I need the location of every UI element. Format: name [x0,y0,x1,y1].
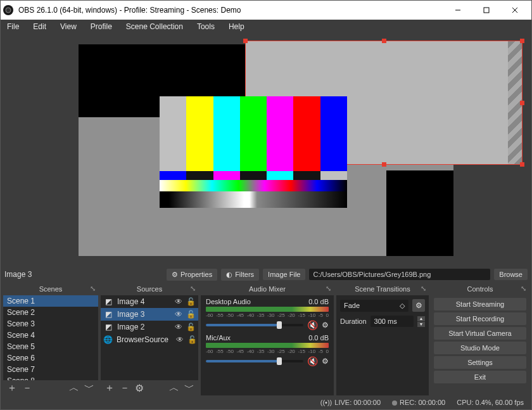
duration-input[interactable]: 300 ms [370,316,414,327]
scenes-header[interactable]: Scenes ⤡ [3,283,98,295]
live-status: ((•))LIVE: 00:00:00 [320,399,381,406]
control-button-exit[interactable]: Exit [434,371,526,383]
remove-icon[interactable]: － [22,381,32,395]
transitions-panel: Scene Transitions ⤡ Fade ◇ ⚙ Duration [336,283,429,395]
add-icon[interactable]: ＋ [7,381,17,395]
control-button-start-virtual-camera[interactable]: Start Virtual Camera [434,327,526,340]
mute-icon[interactable]: 🔇 [307,320,318,330]
move-up-icon[interactable]: ︿ [69,381,79,395]
move-down-icon[interactable]: ﹀ [84,381,94,395]
transition-current: Fade [344,302,360,309]
minimize-button[interactable] [443,1,472,19]
scene-item[interactable]: Scene 5 [3,341,98,352]
rec-text: REC: 00:00:00 [400,399,445,406]
move-up-icon[interactable]: ︿ [169,381,179,395]
test-pattern-source[interactable] [160,96,347,208]
lock-icon[interactable]: 🔓 [186,323,196,331]
volume-slider[interactable] [206,324,303,326]
visibility-icon[interactable]: 👁 [175,323,182,331]
lock-icon[interactable]: 🔓 [187,335,197,344]
properties-button[interactable]: ⚙ Properties [167,269,217,281]
rec-status: REC: 00:00:00 [392,399,445,406]
controls-header[interactable]: Controls ⤡ [431,283,529,295]
add-icon[interactable]: ＋ [104,381,115,395]
scene-item[interactable]: Scene 2 [3,307,98,318]
browse-button[interactable]: Browse [494,269,528,280]
menu-tools[interactable]: Tools [194,21,217,32]
sources-list[interactable]: ◩Image 4👁🔓◩Image 3👁🔓◩Image 2👁🔓🌐BrowserSo… [101,295,198,380]
resize-handle[interactable] [520,162,524,167]
resize-handle[interactable] [243,39,248,43]
app-window: OBS 26.1.0 (64-bit, windows) - Profile: … [0,0,532,410]
volume-slider[interactable] [206,360,303,362]
maximize-button[interactable] [472,1,500,19]
transition-select[interactable]: Fade ◇ [340,300,408,312]
cpu-status: CPU: 0.4%, 60.00 fps [457,399,524,406]
mixer-title: Audio Mixer [249,285,286,293]
popout-icon[interactable]: ⤡ [326,285,331,293]
svg-rect-2 [484,8,489,13]
move-down-icon[interactable]: ﹀ [184,381,194,395]
scene-item[interactable]: Scene 3 [3,318,98,330]
titlebar[interactable]: OBS 26.1.0 (64-bit, windows) - Profile: … [1,1,531,20]
live-text: LIVE: 00:00:00 [334,399,381,406]
channel-name: Mic/Aux [206,334,231,342]
vu-meter [206,307,329,312]
sources-title: Sources [137,285,162,293]
mixer-header[interactable]: Audio Mixer ⤡ [201,283,334,295]
channel-name: Desktop Audio [206,298,251,305]
control-button-start-streaming[interactable]: Start Streaming [434,298,526,311]
control-button-settings[interactable]: Settings [434,356,526,369]
resize-handle[interactable] [382,39,386,43]
transitions-header[interactable]: Scene Transitions ⤡ [336,283,429,295]
menu-edit[interactable]: Edit [30,21,49,32]
channel-settings-icon[interactable]: ⚙ [322,321,329,330]
lock-icon[interactable]: 🔓 [186,310,196,319]
scenes-footer: ＋ － ︿ ﹀ [3,380,98,395]
control-button-start-recording[interactable]: Start Recording [434,312,526,325]
resize-handle[interactable] [520,39,524,43]
remove-icon[interactable]: － [120,381,130,395]
close-button[interactable] [500,1,529,19]
visibility-icon[interactable]: 👁 [175,297,182,306]
mute-icon[interactable]: 🔇 [307,356,318,366]
resize-handle[interactable] [520,101,524,105]
resize-handle[interactable] [382,162,386,167]
source-item[interactable]: ◩Image 4👁🔓 [101,295,198,308]
meter-ticks: -60-55-50-45-40-35-30-25-20-15-10-50 [206,312,329,318]
menu-help[interactable]: Help [226,21,247,32]
source-item[interactable]: ◩Image 2👁🔓 [101,321,198,333]
menu-view[interactable]: View [58,21,79,32]
popout-icon[interactable]: ⤡ [521,285,526,293]
scene-item[interactable]: Scene 6 [3,352,98,364]
mixer-channel: Mic/Aux0.0 dB-60-55-50-45-40-35-30-25-20… [201,331,334,368]
scene-item[interactable]: Scene 7 [3,364,98,375]
source-item[interactable]: ◩Image 3👁🔓 [101,308,198,321]
scene-item[interactable]: Scene 4 [3,330,98,341]
audio-mixer-panel: Audio Mixer ⤡ Desktop Audio0.0 dB-60-55-… [201,283,334,395]
popout-icon[interactable]: ⤡ [421,285,426,293]
scenes-list[interactable]: Scene 1Scene 2Scene 3Scene 4Scene 5Scene… [3,295,98,380]
scene-item[interactable]: Scene 1 [3,295,98,307]
transition-settings-button[interactable]: ⚙ [412,299,425,312]
gear-icon[interactable]: ⚙ [135,382,144,394]
menu-scene-collection[interactable]: Scene Collection [124,21,186,32]
lock-icon[interactable]: 🔓 [186,297,196,306]
visibility-icon[interactable]: 👁 [175,310,182,319]
popout-icon[interactable]: ⤡ [190,285,196,293]
source-item[interactable]: 🌐BrowserSource👁🔓 [101,333,198,346]
filters-button[interactable]: ◐ Filters [221,269,259,281]
menu-profile[interactable]: Profile [88,21,115,32]
popout-icon[interactable]: ⤡ [90,285,96,293]
preview-canvas[interactable] [79,44,453,256]
control-button-studio-mode[interactable]: Studio Mode [434,342,526,354]
visibility-icon[interactable]: 👁 [176,335,184,344]
menu-file[interactable]: File [4,21,22,32]
channel-settings-icon[interactable]: ⚙ [322,357,329,366]
broadcast-icon: ((•)) [320,399,332,406]
scene-item[interactable]: Scene 8 [3,375,98,380]
sources-header[interactable]: Sources ⤡ [101,283,198,295]
preview-area[interactable] [1,34,531,266]
image-file-path[interactable]: C:/Users/OBS/Pictures/Grey169B.png [309,269,490,280]
duration-spinner[interactable]: ▲▼ [417,316,425,327]
